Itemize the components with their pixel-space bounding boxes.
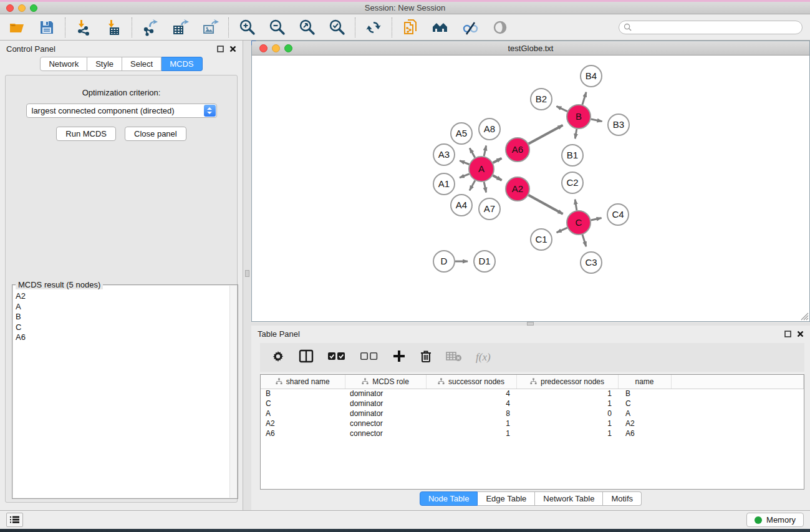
close-panel-icon[interactable]	[229, 46, 236, 52]
select-all-icon[interactable]	[327, 351, 346, 364]
tab-mcds[interactable]: MCDS	[162, 57, 202, 71]
export-image-icon[interactable]	[201, 18, 219, 37]
graph-edge[interactable]	[575, 129, 577, 139]
graph-node[interactable]: A	[469, 157, 494, 181]
graph-edge[interactable]	[470, 180, 475, 190]
graph-node[interactable]: C3	[581, 252, 602, 273]
gear-icon[interactable]	[271, 349, 285, 365]
graph-edge[interactable]	[582, 92, 586, 105]
graph-node[interactable]: A7	[479, 198, 500, 220]
graph-edge[interactable]	[460, 174, 469, 178]
graph-node[interactable]: A5	[451, 123, 472, 144]
export-network-icon[interactable]	[141, 18, 160, 37]
import-table-icon[interactable]	[104, 18, 123, 37]
graph-node[interactable]: B3	[608, 114, 629, 135]
graph-edge[interactable]	[529, 125, 563, 144]
float-panel-icon[interactable]	[217, 46, 224, 52]
column-header-name[interactable]: name	[618, 375, 671, 389]
import-network-icon[interactable]	[74, 18, 93, 37]
graph-edge[interactable]	[591, 218, 602, 220]
tab-select[interactable]: Select	[122, 57, 162, 71]
graph-node[interactable]: A2	[506, 177, 529, 201]
first-neighbors-icon[interactable]	[431, 18, 450, 37]
table-row[interactable]: Cdominator41C	[261, 399, 804, 409]
column-header-mcds-role[interactable]: MCDS role	[345, 375, 426, 389]
graph-edge[interactable]	[484, 145, 486, 156]
column-header-shared-name[interactable]: shared name	[261, 375, 345, 389]
tab-edge-table[interactable]: Edge Table	[478, 491, 535, 506]
function-icon[interactable]: f(x)	[476, 351, 491, 364]
mcds-result-item[interactable]: A	[16, 302, 237, 312]
add-column-icon[interactable]	[392, 349, 406, 365]
column-header-predecessor-nodes[interactable]: predecessor nodes	[516, 375, 618, 389]
graph-node[interactable]: A8	[479, 118, 500, 140]
graph-node[interactable]: B	[567, 105, 591, 128]
run-mcds-button[interactable]: Run MCDS	[56, 127, 116, 141]
search-input[interactable]	[619, 21, 803, 34]
save-session-icon[interactable]	[37, 18, 56, 37]
table-row[interactable]: A6connector11A6	[261, 428, 804, 438]
zoom-out-icon[interactable]	[268, 18, 286, 37]
tab-style[interactable]: Style	[87, 57, 122, 71]
graph-node[interactable]: D1	[474, 251, 495, 272]
graph-edge[interactable]	[460, 161, 469, 165]
graph-edge[interactable]	[484, 182, 486, 193]
optimization-select[interactable]: largest connected component (directed)	[26, 104, 217, 118]
scrollbar-track[interactable]	[229, 286, 237, 498]
graph-node[interactable]: B2	[531, 89, 552, 110]
table-row[interactable]: Adominator80A	[261, 409, 804, 418]
tab-node-table[interactable]: Node Table	[420, 491, 478, 506]
graph-edge[interactable]	[493, 158, 502, 163]
node-table[interactable]: shared name MCDS role successor nodes pr…	[260, 374, 804, 490]
zoom-fit-icon[interactable]	[297, 18, 316, 37]
mcds-result-item[interactable]: C	[16, 322, 237, 333]
graph-node[interactable]: A3	[433, 144, 455, 165]
graph-node[interactable]: C4	[607, 204, 629, 225]
close-panel-icon[interactable]	[797, 331, 804, 337]
graph-edge[interactable]	[556, 106, 567, 111]
graph-node[interactable]: C2	[562, 172, 583, 193]
graph-edge[interactable]	[591, 119, 602, 122]
search-field[interactable]	[634, 23, 802, 32]
graph-node[interactable]: C	[567, 211, 591, 235]
graph-edge[interactable]	[529, 195, 563, 214]
float-panel-icon[interactable]	[784, 331, 791, 337]
graph-node[interactable]: A6	[506, 138, 529, 162]
open-file-icon[interactable]	[7, 18, 26, 37]
tab-motifs[interactable]: Motifs	[603, 491, 642, 506]
tab-network[interactable]: Network	[40, 57, 87, 71]
mcds-result-item[interactable]: A6	[16, 332, 237, 343]
network-canvas[interactable]: B4B2BB3A8A5A6A3B1AC2A1A2A4A7C4CC1C3DD1	[252, 56, 809, 321]
graph-node[interactable]: B4	[581, 65, 602, 87]
graph-node[interactable]: A1	[433, 173, 455, 195]
graph-edge[interactable]	[493, 175, 501, 180]
graph-edge[interactable]	[470, 148, 475, 158]
hide-details-icon[interactable]	[461, 18, 480, 37]
tab-network-table[interactable]: Network Table	[535, 491, 603, 506]
close-panel-button[interactable]: Close panel	[125, 127, 186, 141]
resize-grip[interactable]	[801, 312, 809, 321]
show-details-icon[interactable]	[491, 18, 509, 37]
cyndex-icon[interactable]	[401, 18, 420, 37]
graph-node[interactable]: C1	[531, 229, 552, 250]
graph-edge[interactable]	[557, 228, 567, 233]
delete-table-icon[interactable]	[446, 351, 462, 364]
column-view-icon[interactable]	[299, 349, 314, 365]
mcds-result-list[interactable]: A2ABCA6	[13, 286, 237, 498]
table-row[interactable]: Bdominator41B	[261, 389, 804, 399]
zoom-in-icon[interactable]	[238, 18, 256, 37]
graph-node[interactable]: B1	[562, 145, 583, 166]
graph-edge[interactable]	[582, 235, 586, 246]
graph-node[interactable]: A4	[451, 195, 472, 216]
export-table-icon[interactable]	[171, 18, 190, 37]
delete-icon[interactable]	[420, 349, 432, 365]
refresh-icon[interactable]	[364, 18, 383, 37]
deselect-all-icon[interactable]	[360, 351, 378, 364]
column-header-successor-nodes[interactable]: successor nodes	[426, 375, 516, 389]
graph-edge[interactable]	[575, 200, 577, 211]
vertical-splitter-handle[interactable]	[245, 270, 249, 277]
task-history-button[interactable]	[6, 513, 23, 527]
mcds-result-item[interactable]: A2	[16, 291, 237, 302]
graph-node[interactable]: D	[433, 251, 455, 272]
table-row[interactable]: A2connector11A2	[261, 418, 804, 428]
